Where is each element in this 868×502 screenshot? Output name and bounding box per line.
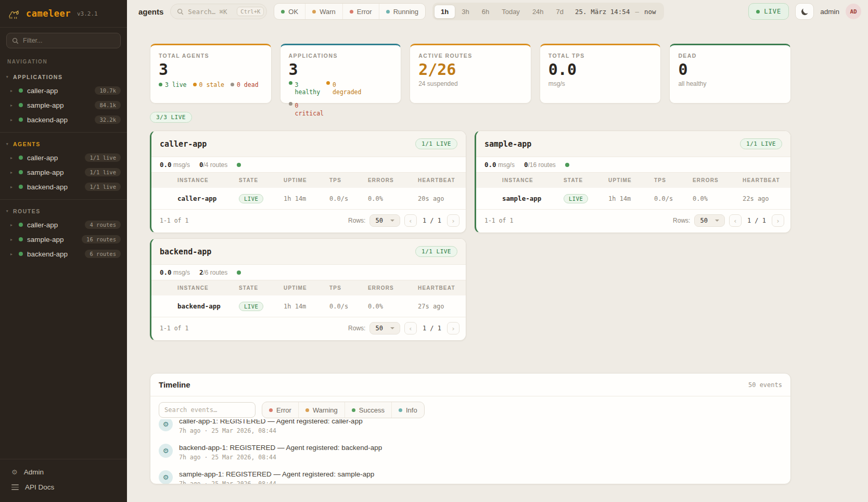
dashboard-content: TOTAL AGENTS 3 3 live 0 stale 0 dead APP… (127, 23, 791, 484)
timeline-event[interactable]: ⚙ caller-app-1: REGISTERED — Agent regis… (159, 419, 782, 439)
next-page-button[interactable]: › (772, 214, 784, 227)
status-dot (19, 252, 23, 256)
next-page-button[interactable]: › (447, 322, 459, 334)
filter-chip-error[interactable]: Error (262, 402, 298, 418)
state-badge: LIVE (239, 302, 263, 311)
stat-card-active-routes: ACTIVE ROUTES 2/26 24 suspended (410, 44, 531, 104)
app-root: cameleer v3.2.1 NAVIGATION ▾ APPLICATION… (0, 0, 868, 502)
timeline-filters: Error Warning Success Info (150, 396, 790, 419)
search-icon (12, 37, 19, 44)
live-count-badge: 1/1 live (85, 183, 121, 191)
ctrl-k-shortcut-badge: Ctrl+K (237, 7, 264, 16)
sidebar-filter-input[interactable] (23, 37, 115, 44)
moon-icon (800, 7, 809, 16)
stat-value: 0 (678, 61, 782, 79)
stat-cards-row: TOTAL AGENTS 3 3 live 0 stale 0 dead APP… (150, 44, 791, 104)
table-row[interactable]: caller-app LIVE 1h 14m 0.0/s 0.0% 20s ag… (151, 188, 466, 210)
range-button-7d[interactable]: 7d (550, 5, 570, 18)
camel-logo-icon (7, 7, 21, 20)
sidebar-item-agents-sample-app[interactable]: ▸ sample-app 1/1 live (0, 165, 127, 179)
chevron-down-icon (390, 327, 394, 329)
sidebar-item-routes-sample-app[interactable]: ▸ sample-app 16 routes (0, 232, 127, 247)
sidebar-item-routes-caller-app[interactable]: ▸ caller-app 4 routes (0, 217, 127, 232)
timeline-event[interactable]: ⚙ sample-app-1: REGISTERED — Agent regis… (159, 466, 782, 484)
app-card-title: backend-app (160, 247, 211, 256)
table-row[interactable]: sample-app LIVE 1h 14m 0.0/s 0.0% 22s ag… (476, 188, 790, 210)
prev-page-button[interactable]: ‹ (404, 322, 417, 334)
range-button-6h[interactable]: 6h (476, 5, 495, 18)
section-agents-header[interactable]: ▾ AGENTS (0, 138, 127, 150)
sidebar-item-routes-backend-app[interactable]: ▸ backend-app 6 routes (0, 247, 127, 261)
green-dot-icon (352, 408, 355, 412)
routes-count-badge: 6 routes (85, 250, 121, 258)
chevron-down-icon: ▾ (6, 209, 9, 213)
global-search[interactable]: Ctrl+K (170, 4, 267, 19)
sidebar-filter[interactable] (6, 33, 121, 48)
table-header: INSTANCE STATE UPTIME TPS ERRORS HEARTBE… (476, 173, 790, 188)
avatar[interactable]: AD (846, 4, 861, 19)
sidebar-item-applications-caller-app[interactable]: ▸ caller-app 10.7k (0, 83, 127, 98)
rows-per-page-select[interactable]: 50 (369, 322, 400, 334)
range-button-24h[interactable]: 24h (526, 5, 550, 18)
rows-per-page-select[interactable]: 50 (694, 214, 724, 227)
sidebar-item-api-docs[interactable]: API Docs (0, 480, 127, 495)
routes-count-badge: 16 routes (82, 235, 121, 243)
range-button-1h[interactable]: 1h (434, 5, 455, 19)
chevron-right-icon: ▸ (10, 185, 15, 189)
range-button-3h[interactable]: 3h (455, 5, 475, 18)
live-toggle-button[interactable]: LIVE (748, 3, 789, 20)
list-icon (11, 484, 19, 490)
status-dot (19, 156, 23, 160)
next-page-button[interactable]: › (447, 214, 459, 227)
filter-chip-success[interactable]: Success (344, 402, 391, 418)
chevron-right-icon: ▸ (10, 88, 15, 93)
app-card-title: caller-app (160, 139, 207, 149)
timeline-event-count: 50 events (748, 381, 782, 389)
topbar: agents Ctrl+K OK Warn E (127, 0, 868, 23)
filter-chip-error[interactable]: Error (342, 4, 379, 19)
timeline-search-input[interactable] (164, 406, 250, 414)
timeline-events-list[interactable]: ⚙ caller-app-1: REGISTERED — Agent regis… (150, 419, 790, 484)
sidebar-item-admin[interactable]: ⚙ Admin (0, 465, 127, 480)
amber-dot-icon (326, 81, 330, 85)
prev-page-button[interactable]: ‹ (729, 214, 742, 227)
table-footer: 1-1 of 1 Rows: 50 ‹ 1 / 1 › (151, 317, 466, 340)
prev-page-button[interactable]: ‹ (404, 214, 417, 227)
status-dot (19, 103, 23, 107)
timeline-search[interactable] (159, 402, 256, 418)
sidebar-item-agents-caller-app[interactable]: ▸ caller-app 1/1 live (0, 150, 127, 165)
page-title: agents (138, 7, 163, 16)
app-card-title: sample-app (484, 139, 531, 149)
chevron-right-icon: ▸ (10, 156, 15, 160)
state-badge: LIVE (564, 194, 588, 203)
sidebar-item-applications-sample-app[interactable]: ▸ sample-app 84.1k (0, 98, 127, 112)
chevron-right-icon: ▸ (10, 237, 15, 242)
date-from: 25. März 14:54 (575, 8, 630, 16)
routes-count-badge: 4 routes (85, 221, 121, 229)
filter-chip-ok[interactable]: OK (274, 4, 305, 19)
green-dot-icon (159, 83, 162, 86)
section-applications-header[interactable]: ▾ APPLICATIONS (0, 71, 127, 83)
count-badge: 84.1k (95, 101, 121, 109)
green-dot-icon (281, 10, 285, 14)
chevron-down-icon: ▾ (6, 142, 9, 146)
filter-chip-running[interactable]: Running (379, 4, 425, 19)
count-badge: 32.2k (95, 115, 121, 124)
status-dot (19, 170, 23, 174)
sidebar-item-agents-backend-app[interactable]: ▸ backend-app 1/1 live (0, 179, 127, 194)
section-routes-header[interactable]: ▾ ROUTES (0, 205, 127, 217)
filter-chip-info[interactable]: Info (391, 402, 424, 418)
filter-chip-warn[interactable]: Warn (305, 4, 342, 19)
date-to: now (644, 8, 656, 16)
table-row[interactable]: backend-app LIVE 1h 14m 0.0/s 0.0% 27s a… (151, 295, 466, 317)
chevron-right-icon: ▸ (10, 252, 15, 256)
timeline-title: Timeline (159, 380, 190, 389)
filter-chip-warning[interactable]: Warning (298, 402, 344, 418)
row-range-label: 1-1 of 1 (484, 217, 513, 224)
global-search-input[interactable] (188, 8, 233, 16)
timeline-event[interactable]: ⚙ backend-app-1: REGISTERED — Agent regi… (159, 439, 782, 466)
theme-toggle-button[interactable] (795, 3, 814, 20)
sidebar-item-applications-backend-app[interactable]: ▸ backend-app 32.2k (0, 112, 127, 127)
range-button-today[interactable]: Today (495, 5, 526, 18)
rows-per-page-select[interactable]: 50 (369, 214, 400, 227)
